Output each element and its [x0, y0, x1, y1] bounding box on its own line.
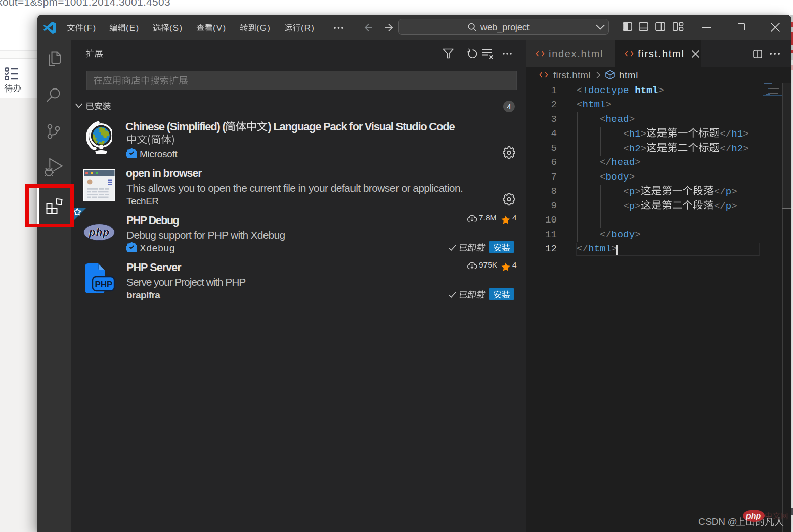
svg-text:PHP: PHP	[95, 280, 113, 289]
svg-text:php: php	[745, 512, 761, 520]
svg-text:php: php	[89, 226, 109, 238]
